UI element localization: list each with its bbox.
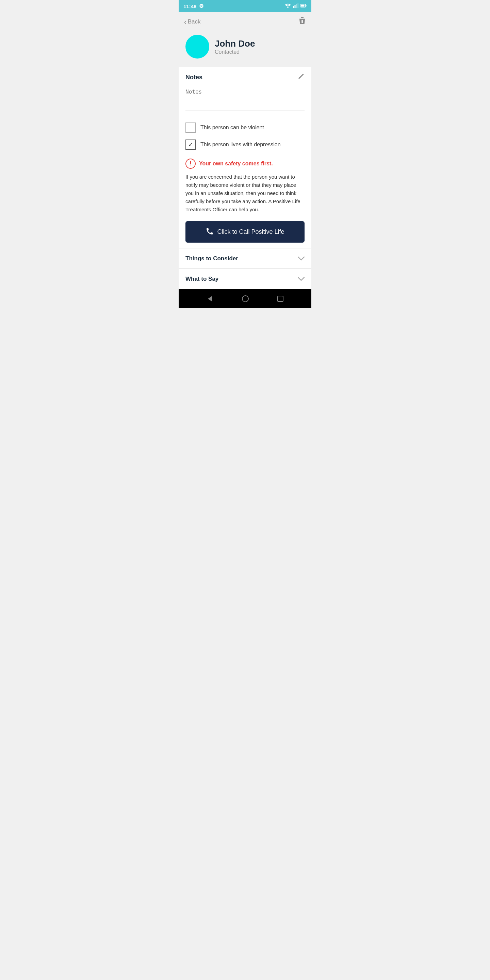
accordion-things-to-consider[interactable]: Things to Consider xyxy=(179,248,311,269)
svg-point-9 xyxy=(242,296,248,302)
warning-title: Your own safety comes first. xyxy=(199,161,273,167)
phone-icon xyxy=(205,227,213,237)
svg-point-0 xyxy=(287,6,288,8)
checkbox-violent-label: This person can be violent xyxy=(200,124,264,130)
chevron-down-icon-1 xyxy=(298,255,305,262)
profile-name: John Doe xyxy=(215,38,255,49)
signal-icon xyxy=(293,3,298,9)
svg-marker-8 xyxy=(208,296,212,301)
checkbox-depression-label: This person lives with depression xyxy=(200,142,281,148)
warning-section: ! Your own safety comes first. If you ar… xyxy=(179,156,311,220)
top-nav: ‹ Back xyxy=(179,12,311,31)
checkbox-section: This person can be violent ✓ This person… xyxy=(179,116,311,156)
notes-section: Notes xyxy=(179,67,311,116)
svg-rect-10 xyxy=(278,296,283,301)
main-content: Notes This person can be violent ✓ This … xyxy=(179,67,311,289)
checkmark-icon: ✓ xyxy=(188,141,193,148)
status-right xyxy=(285,3,307,9)
notes-title: Notes xyxy=(185,74,202,81)
chevron-down-icon-2 xyxy=(298,275,305,283)
warning-text: If you are concerned that the person you… xyxy=(185,173,305,214)
svg-rect-3 xyxy=(296,4,297,8)
svg-rect-2 xyxy=(295,5,296,8)
notes-textarea[interactable] xyxy=(185,87,305,111)
svg-rect-1 xyxy=(293,6,294,8)
delete-button[interactable] xyxy=(298,17,306,27)
svg-rect-6 xyxy=(301,5,305,7)
status-left: 11:48 ⚙ xyxy=(183,3,204,9)
wifi-icon xyxy=(285,3,291,9)
back-chevron-icon: ‹ xyxy=(184,18,186,26)
battery-icon xyxy=(301,3,307,9)
svg-rect-7 xyxy=(306,5,307,6)
status-time: 11:48 xyxy=(183,3,196,9)
back-button[interactable]: ‹ Back xyxy=(184,18,200,26)
call-positive-life-button[interactable]: Click to Call Positive Life xyxy=(185,221,305,243)
warning-exclamation-icon: ! xyxy=(185,159,196,169)
accordion-say-title: What to Say xyxy=(185,275,218,282)
svg-rect-4 xyxy=(298,3,299,8)
warning-header: ! Your own safety comes first. xyxy=(185,159,305,169)
profile-header: John Doe Contacted xyxy=(179,31,311,67)
gear-icon: ⚙ xyxy=(199,3,204,9)
checkbox-violent-input[interactable] xyxy=(185,123,196,133)
notes-header: Notes xyxy=(185,73,305,82)
back-label: Back xyxy=(188,18,201,25)
checkbox-violent[interactable]: This person can be violent xyxy=(185,119,305,136)
nav-recent-button[interactable] xyxy=(277,296,283,302)
call-button-label: Click to Call Positive Life xyxy=(217,228,284,235)
accordion-things-title: Things to Consider xyxy=(185,255,238,262)
avatar xyxy=(185,35,209,59)
profile-status: Contacted xyxy=(215,49,255,55)
nav-home-button[interactable] xyxy=(242,295,249,302)
accordion-what-to-say[interactable]: What to Say xyxy=(179,269,311,289)
nav-back-button[interactable] xyxy=(207,295,213,302)
bottom-nav-bar xyxy=(179,289,311,308)
edit-notes-button[interactable] xyxy=(298,73,305,82)
profile-info: John Doe Contacted xyxy=(215,38,255,55)
status-bar: 11:48 ⚙ xyxy=(179,0,311,12)
checkbox-depression-input[interactable]: ✓ xyxy=(185,140,196,150)
checkbox-depression[interactable]: ✓ This person lives with depression xyxy=(185,136,305,153)
